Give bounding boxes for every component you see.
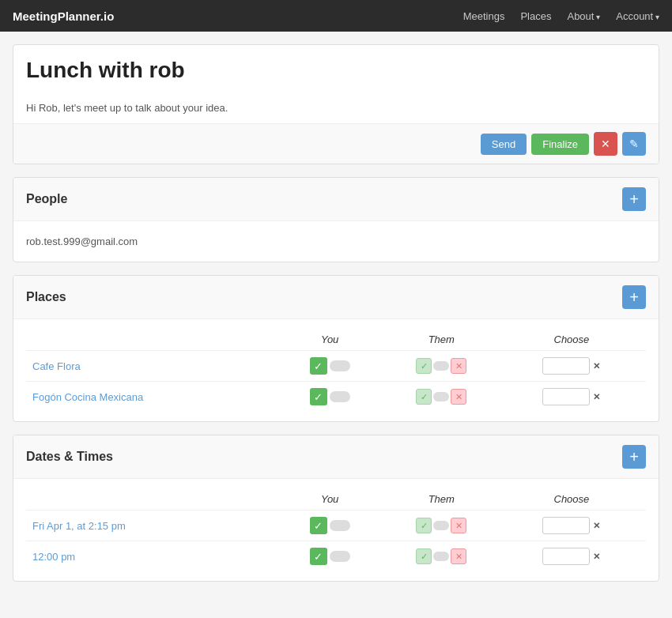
- you-check-icon[interactable]: ✓: [310, 357, 327, 375]
- meeting-actions: Send Finalize ✕ ✎: [13, 123, 659, 164]
- them-bar: [433, 552, 449, 561]
- people-body: rob.test.999@gmail.com: [13, 221, 659, 262]
- them-toggle-cell: ✓ ✕: [386, 511, 497, 541]
- them-toggle-cell: ✓ ✕: [386, 382, 497, 413]
- dates-header-row: You Them Choose: [26, 488, 646, 511]
- table-row: Fogón Cocina Mexicana ✓ ✓: [26, 382, 646, 413]
- dates-col-choose: Choose: [497, 488, 646, 511]
- add-place-button[interactable]: +: [622, 285, 646, 309]
- you-toggle-cell: ✓: [274, 351, 386, 382]
- them-check-red-icon[interactable]: ✕: [451, 358, 466, 374]
- you-toggle-bar[interactable]: [330, 520, 350, 531]
- send-button[interactable]: Send: [481, 134, 527, 155]
- you-toggle-group: ✓: [310, 357, 350, 375]
- edit-icon: ✎: [629, 138, 639, 150]
- choose-cell: ✕: [497, 351, 646, 382]
- choose-x-icon[interactable]: ✕: [593, 521, 600, 531]
- choose-input[interactable]: [542, 548, 590, 565]
- them-toggle-cell: ✓ ✕: [386, 541, 497, 572]
- places-title: Places: [26, 290, 66, 304]
- page-content: Lunch with rob Hi Rob, let's meet up to …: [0, 32, 672, 607]
- brand-logo: MeetingPlanner.io: [13, 9, 114, 23]
- choose-x-icon[interactable]: ✕: [593, 392, 600, 402]
- finalize-button[interactable]: Finalize: [531, 134, 589, 155]
- place-link[interactable]: Cafe Flora: [32, 360, 81, 372]
- choose-group: ✕: [542, 388, 600, 405]
- them-check-red-icon[interactable]: ✕: [451, 389, 466, 405]
- them-toggle-group: ✓ ✕: [416, 358, 466, 374]
- choose-group: ✕: [542, 548, 600, 565]
- places-section-header: Places +: [13, 276, 659, 319]
- you-toggle-cell: ✓: [274, 511, 386, 541]
- them-check-green-icon[interactable]: ✓: [416, 548, 432, 564]
- date-label: 12:00 pm: [32, 551, 75, 563]
- edit-button[interactable]: ✎: [622, 132, 646, 156]
- dates-title: Dates & Times: [26, 450, 113, 464]
- dates-col-you: You: [274, 488, 386, 511]
- them-bar: [433, 361, 449, 371]
- nav-about[interactable]: About: [567, 10, 600, 22]
- them-bar: [433, 392, 449, 401]
- you-toggle-bar[interactable]: [330, 391, 350, 402]
- meeting-title: Lunch with rob: [26, 58, 646, 83]
- dates-section-header: Dates & Times +: [13, 435, 659, 479]
- places-card: Places + You Them Choose Cafe Flora: [13, 275, 659, 422]
- them-check-green-icon[interactable]: ✓: [416, 389, 432, 405]
- dates-card: Dates & Times + You Them Choose Fri Apr …: [13, 435, 659, 582]
- you-toggle-group: ✓: [310, 548, 350, 565]
- them-check-red-icon[interactable]: ✕: [451, 518, 466, 533]
- places-body: You Them Choose Cafe Flora ✓: [13, 319, 659, 421]
- delete-button[interactable]: ✕: [594, 132, 617, 156]
- you-toggle-bar[interactable]: [330, 360, 350, 371]
- people-section-header: People +: [13, 178, 659, 221]
- table-row: Fri Apr 1, at 2:15 pm ✓ ✓: [26, 511, 646, 541]
- list-item: rob.test.999@gmail.com: [26, 231, 646, 252]
- choose-input[interactable]: [542, 388, 590, 405]
- you-check-icon[interactable]: ✓: [310, 517, 327, 534]
- choose-group: ✕: [542, 517, 600, 534]
- date-label-cell: 12:00 pm: [26, 541, 274, 572]
- them-check-green-icon[interactable]: ✓: [416, 358, 432, 374]
- places-col-name: [26, 329, 274, 351]
- place-link[interactable]: Fogón Cocina Mexicana: [32, 391, 143, 403]
- choose-input[interactable]: [542, 357, 590, 375]
- meeting-title-area: Lunch with rob: [13, 45, 659, 96]
- nav-links: Meetings Places About Account: [463, 10, 659, 22]
- them-check-green-icon[interactable]: ✓: [416, 518, 432, 533]
- places-header-row: You Them Choose: [26, 329, 646, 351]
- dates-table: You Them Choose Fri Apr 1, at 2:15 pm ✓: [26, 488, 646, 571]
- people-card: People + rob.test.999@gmail.com: [13, 177, 659, 262]
- you-toggle-cell: ✓: [274, 541, 386, 572]
- date-label-cell: Fri Apr 1, at 2:15 pm: [26, 511, 274, 541]
- you-toggle-cell: ✓: [274, 382, 386, 413]
- dates-col-them: Them: [386, 488, 497, 511]
- choose-input[interactable]: [542, 517, 590, 534]
- table-row: Cafe Flora ✓ ✓ ✕: [26, 351, 646, 382]
- nav-account[interactable]: Account: [616, 10, 659, 22]
- choose-x-icon[interactable]: ✕: [593, 361, 600, 371]
- choose-group: ✕: [542, 357, 600, 375]
- places-col-them: Them: [386, 329, 497, 351]
- choose-x-icon[interactable]: ✕: [593, 552, 600, 562]
- navbar: MeetingPlanner.io Meetings Places About …: [0, 0, 672, 32]
- dates-body: You Them Choose Fri Apr 1, at 2:15 pm ✓: [13, 479, 659, 581]
- choose-cell: ✕: [497, 382, 646, 413]
- add-date-button[interactable]: +: [622, 445, 646, 469]
- them-toggle-group: ✓ ✕: [416, 389, 466, 405]
- places-col-you: You: [274, 329, 386, 351]
- dates-col-name: [26, 488, 274, 511]
- you-toggle-bar[interactable]: [330, 551, 350, 562]
- choose-cell: ✕: [497, 511, 646, 541]
- choose-cell: ✕: [497, 541, 646, 572]
- place-name-cell: Cafe Flora: [26, 351, 274, 382]
- you-check-icon[interactable]: ✓: [310, 388, 327, 405]
- you-toggle-group: ✓: [310, 388, 350, 405]
- nav-meetings[interactable]: Meetings: [463, 10, 505, 22]
- nav-places[interactable]: Places: [520, 10, 551, 22]
- them-check-red-icon[interactable]: ✕: [451, 548, 466, 564]
- meeting-message: Hi Rob, let's meet up to talk about your…: [13, 96, 659, 123]
- you-check-icon[interactable]: ✓: [310, 548, 327, 565]
- add-person-button[interactable]: +: [622, 187, 646, 211]
- places-table: You Them Choose Cafe Flora ✓: [26, 329, 646, 412]
- table-row: 12:00 pm ✓ ✓ ✕: [26, 541, 646, 572]
